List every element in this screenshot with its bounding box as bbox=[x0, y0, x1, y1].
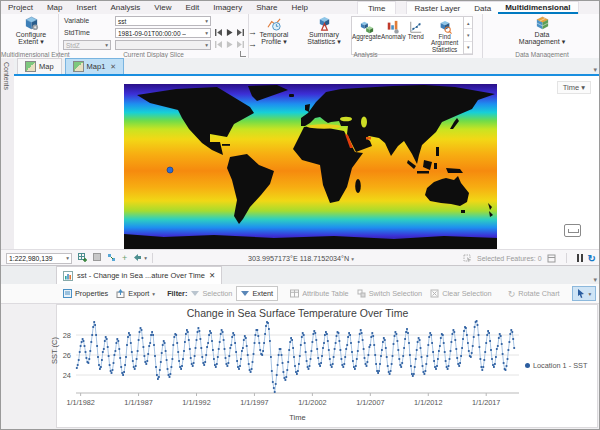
data-management-cube-icon bbox=[535, 16, 550, 31]
view-tab-map[interactable]: Map bbox=[17, 58, 62, 74]
find-argument-statistics-button[interactable]: Find Argument Statistics bbox=[426, 17, 463, 54]
attribute-table-button[interactable]: Attribute Table bbox=[286, 287, 353, 300]
coordinates-readout[interactable]: 303.9957173°E 118.7152034°N ▾ bbox=[248, 254, 354, 263]
sst-line-chart[interactable]: 2426281/1/19821/1/19871/1/19921/1/19971/… bbox=[1, 303, 600, 430]
filter-selection-label: Selection bbox=[202, 289, 232, 298]
trend-button[interactable]: Trend bbox=[406, 17, 426, 54]
step-forward-icon[interactable] bbox=[237, 29, 244, 36]
menu-tab-analysis[interactable]: Analysis bbox=[103, 3, 147, 12]
configure-extent-button[interactable]: Configure Extent ▾ bbox=[10, 16, 52, 46]
menu-tab-raster-layer[interactable]: Raster Layer bbox=[407, 4, 467, 13]
svg-text:28: 28 bbox=[63, 331, 71, 340]
menu-tab-help[interactable]: Help bbox=[285, 3, 315, 12]
menu-tab-project[interactable]: Project bbox=[1, 3, 40, 12]
menu-tab-map[interactable]: Map bbox=[40, 3, 70, 12]
aggregate-button[interactable]: Aggregate bbox=[352, 17, 381, 54]
grid-add-icon[interactable] bbox=[78, 253, 87, 264]
raster-contextual-group: Raster Layer Data Multidimensional bbox=[406, 1, 578, 14]
map-view[interactable]: Time ▾ bbox=[14, 76, 600, 249]
stdz-value-select[interactable]: ▾ bbox=[115, 40, 211, 50]
layout-square-icon[interactable] bbox=[93, 253, 101, 263]
view-tab-bar: Map Map1 ✕ ▾ bbox=[14, 58, 600, 74]
chevron-down-icon: ▾ bbox=[205, 30, 208, 36]
selected-features-icon bbox=[463, 254, 472, 263]
filter-by-extent-button[interactable]: Extent bbox=[236, 286, 278, 301]
step-back-icon-disabled[interactable] bbox=[215, 41, 222, 48]
anomaly-label: Anomaly bbox=[381, 34, 406, 40]
view-tab-map1[interactable]: Map1 ✕ bbox=[65, 58, 125, 74]
divider bbox=[152, 253, 153, 263]
play-icon[interactable] bbox=[226, 29, 233, 36]
temporal-profile-button[interactable]: Temporal Profile ▾ bbox=[251, 16, 297, 46]
attribute-table-label: Attribute Table bbox=[302, 289, 349, 298]
chart-tab[interactable]: sst - Change in Sea ...ature Over Time ✕ bbox=[56, 266, 222, 284]
export-button[interactable]: Export ▾ bbox=[112, 287, 159, 300]
attributes-pane-icon[interactable] bbox=[547, 254, 556, 263]
group-label-current-display-slice: Current Display Slice bbox=[59, 51, 248, 58]
chevron-down-icon: ▾ bbox=[105, 42, 108, 48]
chart-toolbar: Properties Export ▾ Filter: Selection Ex… bbox=[1, 284, 600, 304]
filter-by-selection-button[interactable]: Selection bbox=[187, 287, 236, 300]
stdtime-label: StdTime bbox=[64, 29, 90, 36]
ribbon-tab-bar: Project Map Insert Analysis View Edit Im… bbox=[1, 1, 600, 14]
menu-tab-data[interactable]: Data bbox=[467, 4, 498, 13]
contents-panel-label: Contents bbox=[3, 62, 10, 90]
pause-drawing-icon[interactable] bbox=[577, 254, 583, 262]
sst-raster-map[interactable] bbox=[124, 84, 497, 251]
find-argument-statistics-icon bbox=[438, 20, 452, 34]
scale-combobox[interactable]: 1:222,980,139 ▾ bbox=[6, 253, 72, 264]
refresh-icon[interactable]: ↻ bbox=[588, 253, 596, 264]
add-feature-icon[interactable]: + bbox=[122, 253, 127, 263]
rotate-chart-button[interactable]: ↻ Rotate Chart bbox=[504, 287, 564, 301]
play-icon-disabled[interactable] bbox=[226, 41, 233, 48]
map-icon bbox=[25, 61, 36, 72]
trend-label: Trend bbox=[408, 34, 424, 40]
data-management-button[interactable]: Data Management ▾ bbox=[517, 16, 567, 46]
map-status-bar: 1:222,980,139 ▾ + ▾ 303.9957173°E 118.71… bbox=[1, 249, 600, 266]
notification-tray-icon[interactable] bbox=[564, 224, 581, 237]
chart-tab-bar: sst - Change in Sea ...ature Over Time ✕… bbox=[1, 266, 600, 284]
gallery-scroll-down-icon[interactable]: ▾ bbox=[464, 29, 472, 41]
step-forward-icon-disabled[interactable] bbox=[237, 41, 244, 48]
chart-tabs-overflow-icon[interactable]: ▾ bbox=[593, 276, 600, 284]
gallery-scroll-up-icon[interactable]: ▴ bbox=[464, 17, 472, 29]
scale-value: 1:222,980,139 bbox=[9, 255, 52, 262]
view-tabs-overflow-icon[interactable]: ▾ bbox=[593, 66, 600, 74]
data-management-label: Data Management ▾ bbox=[517, 31, 567, 46]
summary-statistics-button[interactable]: Summary Statistics ▾ bbox=[299, 16, 349, 46]
navigator-icon[interactable] bbox=[133, 253, 142, 264]
time-overlay-button[interactable]: Time ▾ bbox=[557, 81, 591, 94]
menu-tab-time[interactable]: Time bbox=[357, 1, 396, 14]
java bbox=[417, 171, 429, 174]
switch-selection-button[interactable]: Switch Selection bbox=[353, 287, 427, 300]
menu-tab-edit[interactable]: Edit bbox=[178, 3, 206, 12]
chevron-down-icon[interactable]: ▾ bbox=[144, 255, 147, 261]
switch-selection-label: Switch Selection bbox=[369, 289, 423, 298]
close-icon[interactable]: ✕ bbox=[110, 63, 116, 71]
contents-panel-collapsed[interactable]: Contents bbox=[1, 58, 15, 265]
clear-selection-icon bbox=[430, 289, 439, 298]
close-icon[interactable]: ✕ bbox=[209, 271, 215, 280]
menu-tab-view[interactable]: View bbox=[147, 3, 178, 12]
chart-pointer-tool-button[interactable]: ▾ bbox=[572, 286, 597, 301]
chart-zoom-tool-button[interactable] bbox=[596, 287, 600, 301]
variable-select[interactable]: sst▾ bbox=[115, 16, 211, 26]
properties-button[interactable]: Properties bbox=[59, 287, 112, 300]
step-back-icon[interactable] bbox=[215, 29, 222, 36]
rotate-chart-label: Rotate Chart bbox=[518, 289, 559, 298]
filter-label: Filter: bbox=[167, 289, 187, 298]
menu-tab-insert[interactable]: Insert bbox=[69, 3, 103, 12]
menu-tab-share[interactable]: Share bbox=[249, 3, 284, 12]
menu-tab-multidimensional[interactable]: Multidimensional bbox=[498, 3, 577, 14]
anomaly-button[interactable]: Anomaly bbox=[381, 17, 406, 54]
stdz-select[interactable]: StdZ▾ bbox=[63, 40, 111, 50]
chevron-down-icon: ▾ bbox=[205, 42, 208, 48]
stdtime-select[interactable]: 1981-09-01T00:00:00 –▾ bbox=[115, 28, 211, 38]
chart-legend[interactable]: Location 1 - SST bbox=[525, 361, 587, 370]
rotate-chart-icon: ↻ bbox=[508, 289, 516, 299]
menu-tab-imagery[interactable]: Imagery bbox=[206, 3, 249, 12]
snapping-icon[interactable] bbox=[107, 253, 116, 264]
dialog-launcher-icon[interactable] bbox=[240, 51, 246, 57]
location-1-marker[interactable] bbox=[167, 167, 173, 173]
clear-selection-button[interactable]: Clear Selection bbox=[426, 287, 495, 300]
